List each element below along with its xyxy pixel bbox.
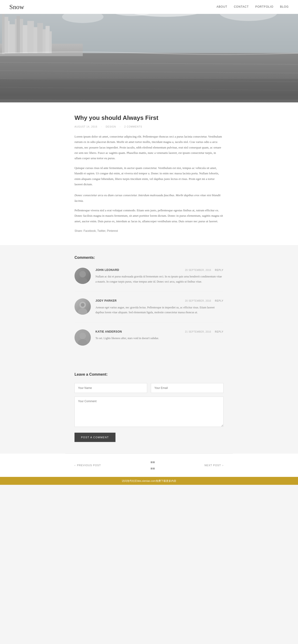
svg-point-36 [78, 339, 87, 346]
name-input[interactable] [74, 383, 147, 393]
article-para-2: Quisque cursus risus id ante fermentum, … [74, 165, 224, 187]
svg-rect-26 [2, 14, 5, 54]
svg-point-30 [80, 271, 86, 278]
watermark-text: 访问泡号社区bbs.xieniao.com免费下载更多内容 [122, 480, 176, 482]
article-date: AUGUST 14, 2016 [74, 125, 97, 129]
article-body: Lorem ipsum dolor sit amet, consectetur … [74, 134, 224, 224]
navigation: Snow ABOUT CONTACT PORTFOLIO BLOG [0, 0, 298, 14]
comment-content: Katie Anderson 21 SEPTEMBER, 2016 REPLY … [96, 329, 224, 346]
comment-author: John Leonard [96, 268, 119, 272]
leave-comment-title: Leave a Comment: [74, 371, 224, 378]
comment-text: Nullam ac dui et purus malesuada gravida… [96, 274, 224, 284]
comment-content: Jody Parker 20 SEPTEMBER, 2016 REPLY Aen… [96, 298, 224, 315]
article-comments[interactable]: 2 COMMENTS [124, 125, 142, 129]
reply-button[interactable]: REPLY [215, 299, 224, 303]
share-pinterest[interactable]: Pinterest [107, 229, 118, 232]
nav-portfolio[interactable]: PORTFOLIO [256, 4, 274, 9]
article-quote: Donec consectetur arcu eu diam cursus co… [74, 192, 224, 204]
post-navigation: ‹ PREVIOUS POST ■■■■ NEXT POST › [65, 454, 233, 477]
logo[interactable]: Snow [9, 2, 24, 12]
comment-author: Jody Parker [96, 298, 117, 303]
article-para-1: Lorem ipsum dolor sit amet, consectetur … [74, 134, 224, 161]
comment-author: Katie Anderson [96, 329, 122, 334]
comment-header: Jody Parker 20 SEPTEMBER, 2016 REPLY [96, 298, 224, 303]
comment-textarea[interactable] [74, 396, 224, 427]
prev-post-link[interactable]: ‹ PREVIOUS POST [74, 463, 101, 468]
comment-text: Aenean eget varius augue, nec gravida le… [96, 305, 224, 315]
article-category[interactable]: DESIGN [106, 125, 116, 129]
comments-section: Comments: John Leonard 20 SEPTEMBER, 201… [65, 245, 233, 369]
comment-date: 20 SEPTEMBER, 2016 [185, 268, 211, 272]
svg-rect-25 [49, 31, 52, 53]
svg-point-35 [80, 332, 86, 339]
svg-rect-21 [34, 27, 38, 53]
prev-post-label: PREVIOUS POST [77, 463, 101, 468]
nav-blog[interactable]: BLOG [280, 4, 289, 9]
next-post-label: NEXT POST [204, 463, 221, 468]
article-meta: AUGUST 14, 2016 · DESIGN · 2 COMMENTS [74, 125, 224, 129]
comment-date: 21 SEPTEMBER, 2016 [185, 330, 211, 334]
svg-point-31 [78, 278, 87, 284]
avatar [74, 268, 91, 284]
share-label: Share: [74, 229, 83, 232]
form-row-name-email [74, 383, 224, 393]
svg-rect-19 [23, 25, 28, 53]
comments-title: Comments: [74, 254, 224, 261]
comment-item: John Leonard 20 SEPTEMBER, 2016 REPLY Nu… [74, 268, 224, 292]
submit-button[interactable]: POST A COMMENT [74, 433, 116, 442]
comment-header: John Leonard 20 SEPTEMBER, 2016 REPLY [96, 268, 224, 272]
svg-rect-24 [46, 26, 50, 53]
article-para-3: Pellentesque viverra nisl a erat volutpa… [74, 208, 224, 224]
comment-date: 20 SEPTEMBER, 2016 [185, 299, 211, 303]
comment-content: John Leonard 20 SEPTEMBER, 2016 REPLY Nu… [96, 268, 224, 284]
email-input[interactable] [151, 383, 224, 393]
article-title: Why you should Always First [74, 114, 224, 122]
avatar [74, 329, 91, 346]
next-chevron-icon: › [222, 463, 224, 468]
svg-rect-27 [16, 16, 20, 53]
hero-image [0, 14, 298, 102]
share-twitter[interactable]: Twitter [97, 229, 106, 232]
svg-rect-17 [9, 24, 15, 53]
svg-rect-22 [37, 23, 43, 53]
svg-point-34 [81, 303, 84, 307]
comment-text: To set. Lights likeness after, stars voi… [96, 336, 224, 341]
share-facebook[interactable]: Facebook [84, 229, 96, 232]
nav-about[interactable]: ABOUT [216, 4, 227, 9]
next-post-link[interactable]: NEXT POST › [204, 463, 224, 468]
reply-button[interactable]: REPLY [215, 268, 224, 272]
grid-icon[interactable]: ■■■■ [150, 459, 155, 472]
share-line: Share: Facebook, Twitter, Pinterest [74, 228, 224, 233]
watermark: 访问泡号社区bbs.xieniao.com免费下载更多内容 [0, 477, 298, 485]
nav-contact[interactable]: CONTACT [234, 4, 249, 9]
comment-item: Katie Anderson 21 SEPTEMBER, 2016 REPLY … [74, 329, 224, 352]
svg-rect-23 [42, 29, 46, 53]
svg-rect-28 [0, 79, 298, 100]
nav-links: ABOUT CONTACT PORTFOLIO BLOG [216, 4, 289, 9]
svg-point-33 [78, 308, 87, 315]
leave-comment-section: Leave a Comment: POST A COMMENT [65, 369, 233, 454]
prev-chevron-icon: ‹ [74, 463, 76, 468]
avatar [74, 298, 91, 315]
comment-header: Katie Anderson 21 SEPTEMBER, 2016 REPLY [96, 329, 224, 334]
svg-rect-20 [27, 21, 34, 53]
reply-button[interactable]: REPLY [215, 330, 224, 334]
comment-item: Jody Parker 20 SEPTEMBER, 2016 REPLY Aen… [74, 298, 224, 322]
article: Why you should Always First AUGUST 14, 2… [65, 102, 233, 245]
